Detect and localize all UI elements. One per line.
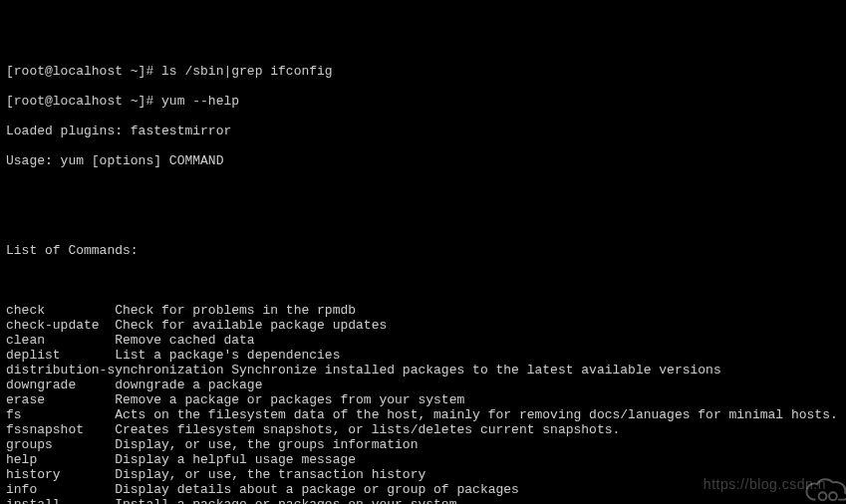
- command-row: erase Remove a package or packages from …: [6, 392, 840, 407]
- svg-point-0: [818, 492, 826, 500]
- command-row: fssnapshot Creates filesystem snapshots,…: [6, 422, 840, 437]
- command-row: check Check for problems in the rpmdb: [6, 303, 840, 318]
- command-row: install Install a package or packages on…: [6, 497, 840, 504]
- blank-line-3: [6, 273, 840, 288]
- list-of-commands-header: List of Commands:: [6, 243, 840, 258]
- command-row: fs Acts on the filesystem data of the ho…: [6, 407, 840, 422]
- command-row: distribution-synchronization Synchronize…: [6, 363, 840, 378]
- shell-prompt-line-2: [root@localhost ~]# yum --help: [6, 94, 840, 109]
- command-row: check-update Check for available package…: [6, 318, 840, 333]
- command-row: downgrade downgrade a package: [6, 378, 840, 392]
- command-row: clean Remove cached data: [6, 333, 840, 348]
- command-list: check Check for problems in the rpmdbche…: [6, 303, 840, 504]
- svg-point-1: [829, 492, 837, 500]
- command-row: groups Display, or use, the groups infor…: [6, 437, 840, 452]
- usage-line: Usage: yum [options] COMMAND: [6, 153, 840, 168]
- loaded-plugins-line: Loaded plugins: fastestmirror: [6, 124, 840, 138]
- command-row: help Display a helpful usage message: [6, 452, 840, 467]
- blank-line-2: [6, 213, 840, 228]
- cloud-brand-icon: [784, 458, 836, 494]
- command-row: deplist List a package's dependencies: [6, 348, 840, 363]
- shell-prompt-line-1: [root@localhost ~]# ls /sbin|grep ifconf…: [6, 64, 840, 79]
- blank-line-1: [6, 183, 840, 198]
